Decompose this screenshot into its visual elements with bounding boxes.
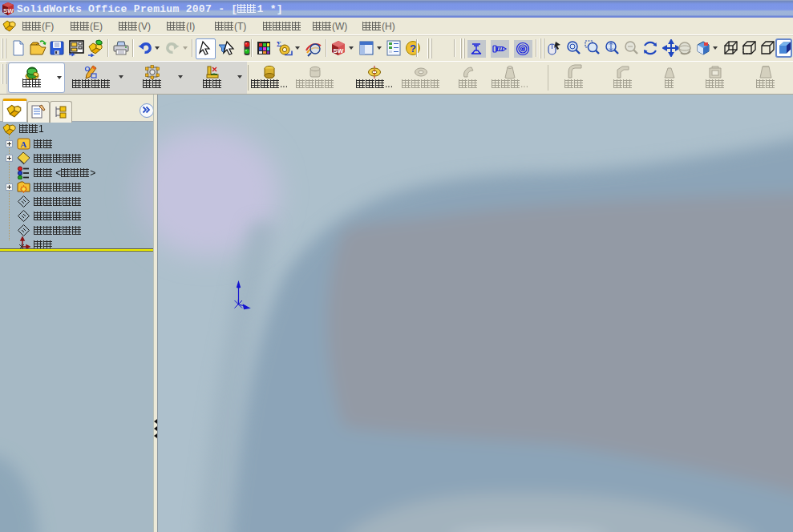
svg-text:SW: SW	[3, 7, 14, 14]
svg-text:A: A	[21, 139, 27, 149]
svg-text:?: ?	[410, 42, 416, 54]
svg-text:SW: SW	[334, 47, 344, 54]
